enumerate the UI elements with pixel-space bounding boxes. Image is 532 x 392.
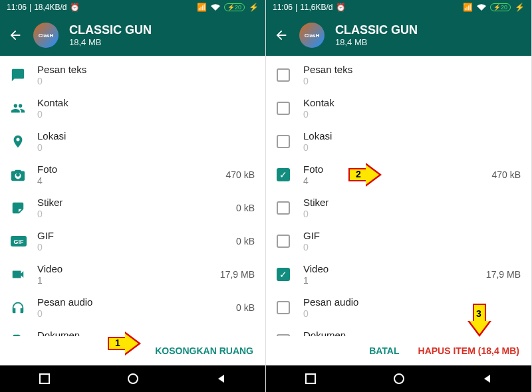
app-header: ClasH CLASSIC GUN 18,4 MB [0,15,265,56]
list-item[interactable]: Kontak0 [0,92,265,125]
row-count: 0 [303,242,521,252]
status-speed: 18,4KB/d [34,3,66,12]
list-item[interactable]: Dokumen0 [266,324,531,336]
list-item[interactable]: ✓Foto4470 kB [266,158,531,191]
list-item[interactable]: Stiker0 [266,191,531,225]
svg-rect-2 [40,374,49,383]
row-size: 0 kB [236,236,255,246]
checkbox[interactable] [277,68,303,82]
row-size: 0 kB [236,302,255,313]
alarm-icon: ⏰ [336,3,346,12]
nav-back-icon[interactable] [481,372,494,385]
list-item[interactable]: Dokumen00 kB [0,324,265,336]
list-item[interactable]: GIF0 [266,225,531,258]
row-label: Foto [37,163,225,175]
nav-recent-icon[interactable] [304,372,317,385]
list-item[interactable]: Video117,9 MB [0,258,265,291]
row-label: Pesan audio [37,296,236,308]
row-label: Dokumen [303,330,521,336]
status-time: 11:06 [7,3,27,12]
row-label: Kontak [37,97,255,108]
video-icon [11,267,37,282]
photo-icon [11,167,37,182]
delete-item-button[interactable]: HAPUS ITEM (18,4 MB) [418,345,519,356]
checkbox[interactable] [277,135,303,148]
row-count: 0 [303,209,521,219]
list-item[interactable]: Pesan audio00 kB [0,291,265,324]
checkbox[interactable] [277,301,303,314]
row-count: 0 [303,142,521,153]
free-space-button[interactable]: KOSONGKAN RUANG [155,345,253,356]
row-size: 0 kB [236,203,255,213]
signal-icon: 📶 [463,3,473,12]
avatar[interactable]: ClasH [299,23,325,48]
list-item[interactable]: Lokasi0 [266,125,531,158]
gif-icon: GIF [11,236,37,246]
nav-recent-icon[interactable] [38,372,51,385]
back-icon[interactable] [8,28,23,43]
app-header: ClasH CLASSIC GUN 18,4 MB [266,15,531,56]
location-icon [11,134,37,149]
row-label: Pesan teks [303,64,521,75]
row-label: GIF [303,230,521,241]
page-subtitle: 18,4 MB [335,37,418,47]
checkbox[interactable] [277,102,303,115]
list-item[interactable]: Pesan audio0 [266,291,531,324]
row-label: Lokasi [37,130,255,142]
row-count: 0 [303,76,521,86]
status-bar: 11:06 | 11,6KB/d ⏰ 📶 ⚡20 ⚡ [266,0,531,15]
screen-right: 11:06 | 11,6KB/d ⏰ 📶 ⚡20 ⚡ ClasH CLASSIC… [266,0,532,392]
sticker-icon [11,201,37,215]
storage-list: Pesan teks0Kontak0Lokasi0✓Foto4470 kBSti… [266,56,531,336]
status-speed: 11,6KB/d [300,3,332,12]
back-icon[interactable] [274,28,289,43]
list-item[interactable]: Pesan teks0 [266,58,531,92]
nav-home-icon[interactable] [126,372,140,385]
charging-icon: ⚡ [515,3,525,12]
status-bar: 11:06 | 18,4KB/d ⏰ 📶 ⚡20 ⚡ [0,0,265,15]
row-label: Kontak [303,97,521,108]
row-label: Stiker [303,197,521,208]
list-item[interactable]: Lokasi0 [0,125,265,158]
nav-home-icon[interactable] [392,372,406,385]
row-size: 470 kB [225,169,255,180]
row-count: 4 [37,175,225,186]
charging-icon: ⚡ [249,3,259,12]
battery-indicator: ⚡20 [490,3,511,11]
row-label: Video [303,263,486,274]
list-item[interactable]: Pesan teks0 [0,58,265,92]
svg-rect-4 [306,374,315,383]
cancel-button[interactable]: BATAL [369,345,399,356]
wifi-icon [477,4,486,11]
android-navbar [266,365,531,392]
avatar[interactable]: ClasH [33,23,59,48]
row-size: 470 kB [491,169,521,180]
audio-icon [11,300,37,315]
svg-point-5 [394,374,404,383]
row-label: Dokumen [37,330,236,336]
list-item[interactable]: GIFGIF00 kB [0,225,265,258]
list-item[interactable]: Stiker00 kB [0,191,265,225]
checkbox[interactable]: ✓ [277,168,303,181]
row-count: 0 [37,209,236,219]
row-count: 1 [37,275,220,286]
row-label: Pesan teks [37,64,255,75]
checkbox[interactable]: ✓ [277,268,303,281]
list-item[interactable]: Kontak0 [266,92,531,125]
row-count: 4 [303,175,491,186]
nav-back-icon[interactable] [215,372,228,385]
checkbox[interactable] [277,235,303,248]
row-count: 0 [303,308,521,319]
row-label: Stiker [37,197,236,208]
screen-left: 11:06 | 18,4KB/d ⏰ 📶 ⚡20 ⚡ ClasH CLASSIC… [0,0,266,392]
list-item[interactable]: Foto4470 kB [0,158,265,191]
list-item[interactable]: ✓Video117,9 MB [266,258,531,291]
footer-actions: BATAL HAPUS ITEM (18,4 MB) [266,336,531,365]
message-icon [11,68,37,82]
page-title: CLASSIC GUN [335,23,418,37]
row-count: 0 [37,109,255,120]
checkbox[interactable] [277,201,303,215]
contacts-icon [11,101,37,116]
page-title: CLASSIC GUN [69,23,152,37]
battery-indicator: ⚡20 [224,3,245,11]
